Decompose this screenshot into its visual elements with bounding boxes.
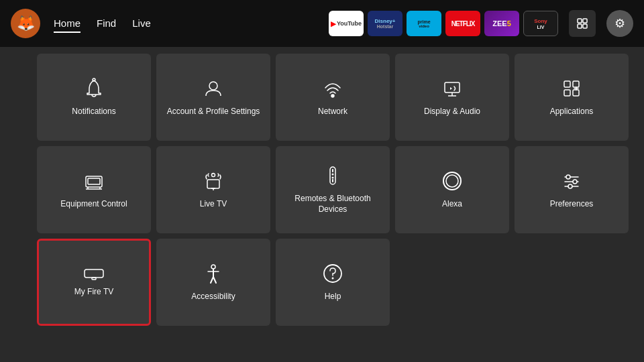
settings-button[interactable]: ⚙ bbox=[606, 10, 633, 37]
equipment-control-icon bbox=[83, 170, 105, 192]
cell-applications[interactable]: Applications bbox=[515, 54, 629, 141]
remotes-bluetooth-icon bbox=[321, 164, 344, 187]
my-fire-tv-label: My Fire TV bbox=[69, 287, 119, 298]
app-netflix[interactable]: NETFLIX bbox=[445, 11, 480, 36]
grid-row-2: Equipment Control Live TV bbox=[37, 146, 607, 233]
settings-grid: Notifications Account & Profile Settings bbox=[0, 47, 644, 362]
cell-network[interactable]: Network bbox=[276, 54, 390, 141]
svg-point-36 bbox=[573, 180, 577, 184]
cell-account-profile[interactable]: Account & Profile Settings bbox=[156, 54, 270, 141]
svg-rect-10 bbox=[564, 81, 570, 87]
svg-rect-3 bbox=[583, 24, 587, 28]
applications-label: Applications bbox=[545, 107, 599, 117]
cell-help[interactable]: Help bbox=[276, 239, 390, 326]
svg-point-37 bbox=[568, 184, 572, 188]
app-zee5[interactable]: ZEE5 bbox=[484, 11, 519, 36]
svg-rect-17 bbox=[88, 178, 100, 184]
cell-remotes-bluetooth[interactable]: Remotes & Bluetooth Devices bbox=[276, 146, 390, 233]
svg-rect-0 bbox=[578, 19, 582, 23]
account-profile-label: Account & Profile Settings bbox=[162, 107, 266, 117]
cell-preferences[interactable]: Preferences bbox=[515, 146, 629, 233]
preferences-label: Preferences bbox=[545, 199, 599, 210]
notifications-label: Notifications bbox=[66, 107, 121, 117]
cell-empty-2 bbox=[515, 239, 629, 326]
svg-point-6 bbox=[331, 95, 334, 97]
equipment-control-label: Equipment Control bbox=[55, 199, 132, 210]
remotes-bluetooth-label: Remotes & Bluetooth Devices bbox=[276, 194, 390, 215]
accessibility-label: Accessibility bbox=[186, 292, 240, 302]
svg-point-21 bbox=[212, 174, 215, 177]
alexa-icon bbox=[441, 170, 464, 192]
notifications-icon bbox=[83, 77, 105, 100]
my-fire-tv-icon bbox=[83, 267, 105, 280]
svg-point-46 bbox=[332, 278, 334, 280]
app-disney[interactable]: Disney+ Hotstar bbox=[368, 11, 402, 36]
nav-items: Home Find Live bbox=[54, 15, 151, 33]
help-label: Help bbox=[319, 292, 347, 302]
svg-line-43 bbox=[211, 277, 213, 283]
applications-icon bbox=[560, 77, 583, 100]
grid-view-button[interactable] bbox=[569, 10, 596, 37]
svg-rect-12 bbox=[564, 90, 570, 96]
network-icon bbox=[321, 77, 344, 100]
nav-find[interactable]: Find bbox=[97, 15, 116, 33]
live-tv-icon bbox=[202, 170, 225, 192]
svg-rect-11 bbox=[573, 81, 579, 87]
logo[interactable]: 🦊 bbox=[11, 9, 40, 38]
svg-rect-39 bbox=[92, 278, 96, 280]
svg-point-35 bbox=[566, 175, 570, 179]
header: 🦊 Home Find Live ▶YouTube Disney+ Hotsta… bbox=[0, 0, 644, 47]
svg-point-5 bbox=[209, 82, 217, 90]
svg-rect-1 bbox=[583, 19, 587, 23]
app-sony[interactable]: Sony LIV bbox=[523, 11, 558, 36]
app-prime[interactable]: prime video bbox=[407, 11, 441, 36]
svg-point-31 bbox=[446, 175, 458, 187]
svg-point-27 bbox=[332, 174, 334, 176]
nav-home[interactable]: Home bbox=[54, 15, 80, 33]
cell-notifications[interactable]: Notifications bbox=[37, 54, 151, 141]
cell-accessibility[interactable]: Accessibility bbox=[156, 239, 270, 326]
cell-my-fire-tv[interactable]: My Fire TV bbox=[37, 239, 151, 326]
grid-row-1: Notifications Account & Profile Settings bbox=[37, 54, 607, 141]
display-audio-icon bbox=[441, 77, 464, 100]
svg-rect-13 bbox=[573, 90, 579, 96]
svg-rect-22 bbox=[207, 180, 219, 188]
svg-rect-38 bbox=[85, 269, 103, 278]
cell-empty-1 bbox=[395, 239, 509, 326]
cell-display-audio[interactable]: Display & Audio bbox=[395, 54, 509, 141]
app-youtube[interactable]: ▶YouTube bbox=[329, 11, 364, 36]
network-label: Network bbox=[313, 107, 353, 117]
cell-live-tv[interactable]: Live TV bbox=[156, 146, 270, 233]
live-tv-label: Live TV bbox=[195, 199, 232, 210]
svg-line-44 bbox=[213, 277, 216, 283]
svg-rect-2 bbox=[578, 24, 582, 28]
svg-point-28 bbox=[332, 177, 334, 179]
cell-equipment-control[interactable]: Equipment Control bbox=[37, 146, 151, 233]
display-audio-label: Display & Audio bbox=[419, 107, 486, 117]
alexa-label: Alexa bbox=[437, 199, 468, 210]
preferences-icon bbox=[560, 170, 583, 192]
grid-row-3: My Fire TV Accessibility bbox=[37, 239, 607, 326]
svg-rect-7 bbox=[445, 82, 460, 93]
svg-point-4 bbox=[93, 78, 95, 81]
cell-alexa[interactable]: Alexa bbox=[395, 146, 509, 233]
accessibility-icon bbox=[202, 262, 225, 285]
account-profile-icon bbox=[202, 77, 225, 100]
nav-live[interactable]: Live bbox=[132, 15, 151, 33]
app-icons: ▶YouTube Disney+ Hotstar prime video NET… bbox=[329, 11, 558, 36]
help-icon bbox=[321, 262, 344, 285]
